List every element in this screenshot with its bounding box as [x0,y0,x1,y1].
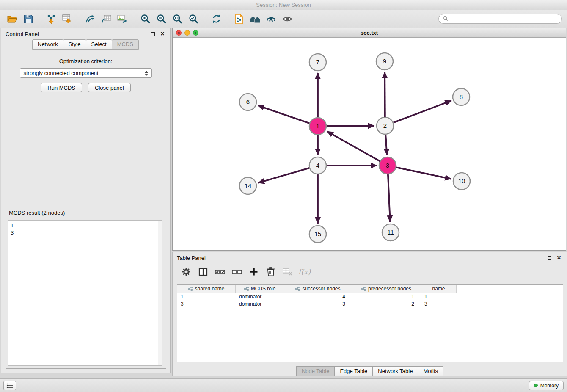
search-icon [443,16,448,22]
zoom-in-icon[interactable] [137,12,153,26]
control-panel-close-button[interactable]: × [159,30,166,37]
search-input[interactable] [451,16,558,22]
graph-edge-4-14[interactable] [258,168,309,183]
open-file-icon[interactable] [4,12,20,26]
graph-node-11[interactable]: 11 [382,224,399,241]
graph-node-4[interactable]: 4 [309,157,326,174]
tab-motifs[interactable]: Motifs [418,366,443,376]
minimize-traffic-light[interactable]: − [184,30,190,36]
column-header-name[interactable]: name [421,285,457,293]
control-panel-header: Control Panel × [1,28,170,39]
function-builder-icon[interactable]: f(x) [299,266,310,278]
table-panel-float-button[interactable] [546,254,553,261]
table-row[interactable]: 3 dominator 3 2 3 [177,300,563,307]
graph-node-label: 4 [316,162,319,169]
graph-node-6[interactable]: 6 [239,94,256,110]
column-header-mcds-role[interactable]: MCDS role [236,285,284,293]
graph-node-10[interactable]: 10 [453,173,470,190]
mcds-result-value: 1 [11,222,159,229]
import-network-icon[interactable] [43,12,59,26]
export-image-icon[interactable] [114,12,130,26]
unselect-all-columns-icon[interactable] [231,266,242,278]
new-network-from-table-icon[interactable] [98,12,114,26]
graph-edge-3-10[interactable] [396,167,451,179]
node-table: shared name MCDS role successor nodes pr… [177,284,563,362]
tab-mcds[interactable]: MCDS [112,39,139,50]
zoom-traffic-light[interactable]: + [193,30,198,36]
zoom-fit-icon[interactable] [169,12,185,26]
network-view-window: × − + scc.txt 7968124314101511 [172,28,566,251]
create-column-icon[interactable] [248,266,259,278]
table-settings-gear-icon[interactable] [180,266,192,278]
graph-node-label: 8 [460,93,463,100]
selected-option: strongly connected component [24,70,143,76]
control-panel-title: Control Panel [6,31,146,37]
close-icon: × [160,30,164,37]
style-preview-icon[interactable] [263,12,279,26]
optimization-criterion-label: Optimization criterion: [1,58,170,64]
control-panel: Control Panel × Network Style Select MCD… [1,28,171,373]
import-table-icon[interactable] [59,12,75,26]
zoom-out-icon[interactable] [153,12,169,26]
table-row[interactable]: 1 dominator 4 1 1 [177,293,563,300]
graph-node-9[interactable]: 9 [376,53,393,70]
tab-node-table[interactable]: Node Table [296,366,335,376]
graph-edge-3-11[interactable] [388,174,390,222]
cell-name: 1 [421,294,457,300]
refresh-icon[interactable] [208,12,224,26]
graph-edge-2-3[interactable] [385,135,387,155]
tab-network[interactable]: Network [32,39,63,50]
graph-node-8[interactable]: 8 [453,88,470,105]
tab-edge-table[interactable]: Edge Table [334,366,373,376]
close-panel-button[interactable]: Close panel [88,83,131,92]
column-header-shared-name[interactable]: shared name [177,285,236,293]
graph-node-1[interactable]: 1 [309,118,326,135]
save-session-icon[interactable] [20,12,36,26]
graph-edge-2-9[interactable] [385,72,385,117]
select-all-columns-icon[interactable] [214,266,226,278]
show-hide-graphics-icon[interactable] [279,12,295,26]
result-scrollbar[interactable] [158,221,162,365]
control-panel-float-button[interactable] [149,30,156,37]
close-traffic-light[interactable]: × [176,30,182,36]
task-history-button[interactable] [3,381,16,390]
column-label: successor nodes [302,286,340,292]
graph-edge-1-6[interactable] [258,105,310,123]
new-network-icon[interactable] [82,12,98,26]
graph-edge-2-8[interactable] [394,101,451,123]
optimization-criterion-select[interactable]: strongly connected component [20,68,152,78]
table-panel-close-button[interactable]: × [556,254,562,261]
graph-node-15[interactable]: 15 [309,226,326,243]
home-layout-icon[interactable] [247,12,263,26]
graph-edge-3-1[interactable] [327,131,380,161]
select-arrows-icon [143,71,149,76]
mcds-result-list[interactable]: 1 3 [8,220,162,366]
graph-node-2[interactable]: 2 [377,117,394,134]
graph-node-label: 11 [387,229,394,236]
close-icon: × [557,254,561,261]
tab-network-table[interactable]: Network Table [372,366,418,376]
cell-successor-nodes: 3 [284,301,352,307]
graph-node-label: 15 [314,230,322,237]
graph-node-3[interactable]: 3 [379,157,396,174]
column-header-successor-nodes[interactable]: successor nodes [284,285,352,293]
graph-node-7[interactable]: 7 [309,54,326,71]
network-window-title: scc.txt [361,30,378,36]
graph-node-label: 7 [316,58,319,66]
tab-select[interactable]: Select [86,39,112,50]
tab-style[interactable]: Style [63,39,86,50]
delete-columns-icon[interactable] [265,266,276,278]
memory-button[interactable]: Memory [529,381,564,390]
graph-node-14[interactable]: 14 [239,177,256,194]
show-columns-icon[interactable] [197,266,209,278]
column-type-icon [361,287,366,291]
mcds-result-value: 3 [11,229,159,236]
delete-table-icon[interactable] [282,266,293,278]
run-mcds-button[interactable]: Run MCDS [41,83,82,92]
copy-network-icon[interactable] [231,12,247,26]
column-header-predecessor-nodes[interactable]: predecessor nodes [352,285,421,293]
graph-edge-1-2[interactable] [327,126,374,126]
zoom-selected-icon[interactable] [185,12,201,26]
network-canvas[interactable]: 7968124314101511 [173,38,566,250]
table-tabs: Node Table Edge Table Network Table Moti… [173,366,567,376]
